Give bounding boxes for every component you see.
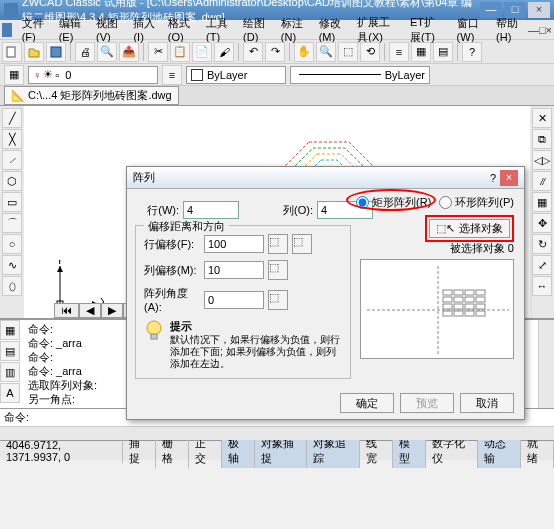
- lightbulb-icon: [144, 319, 164, 343]
- svg-rect-1: [51, 47, 61, 57]
- menu-tools[interactable]: 工具(T): [200, 14, 237, 45]
- menu-file[interactable]: 文件(F): [16, 14, 53, 45]
- cmd-scrollbar[interactable]: [538, 320, 554, 408]
- pick-angle-button[interactable]: ⬚: [268, 290, 288, 310]
- match-button[interactable]: 🖌: [214, 42, 234, 62]
- layer-states-button[interactable]: ≡: [162, 65, 182, 85]
- polygon-tool[interactable]: ⬡: [2, 171, 22, 191]
- rows-input[interactable]: [183, 201, 239, 219]
- svg-rect-28: [465, 304, 474, 309]
- document-tab[interactable]: 📐 C:\...4 矩形阵列地砖图案.dwg: [4, 86, 179, 105]
- polar-array-radio[interactable]: 环形阵列(P): [439, 195, 514, 210]
- preview-button[interactable]: 🔍: [97, 42, 117, 62]
- select-objects-button[interactable]: ⬚↖ 选择对象: [429, 219, 510, 238]
- move-tool[interactable]: ✥: [532, 213, 552, 233]
- svg-rect-23: [454, 297, 463, 302]
- design-center-button[interactable]: ▦: [411, 42, 431, 62]
- cmd-icon-1[interactable]: ▦: [0, 320, 20, 340]
- menu-window[interactable]: 窗口(W): [451, 14, 491, 45]
- close-button[interactable]: ×: [528, 2, 550, 18]
- arc-tool[interactable]: ⌒: [2, 213, 22, 233]
- xline-tool[interactable]: ╳: [2, 129, 22, 149]
- rotate-tool[interactable]: ↻: [532, 234, 552, 254]
- array-tool[interactable]: ▦: [532, 192, 552, 212]
- menu-bar: 文件(F) 编辑(E) 视图(V) 插入(I) 格式(O) 工具(T) 绘图(D…: [0, 20, 554, 40]
- tab-nav-prev[interactable]: ◀: [79, 303, 101, 318]
- new-button[interactable]: [2, 42, 22, 62]
- pick-row-offset-button[interactable]: ⬚: [268, 234, 288, 254]
- doc-restore-button[interactable]: □: [539, 24, 546, 36]
- cmd-icon-2[interactable]: ▤: [0, 341, 20, 361]
- hint-text: 默认情况下，如果行偏移为负值，则行添加在下面; 如果列偏移为负值，则列添加在左边…: [170, 334, 342, 370]
- doc-minimize-button[interactable]: —: [528, 24, 539, 36]
- save-button[interactable]: [46, 42, 66, 62]
- print-button[interactable]: 🖨: [75, 42, 95, 62]
- dialog-help-button[interactable]: ?: [490, 172, 496, 184]
- spline-tool[interactable]: ∿: [2, 255, 22, 275]
- cmd-icon-3[interactable]: ▥: [0, 362, 20, 382]
- menu-dimension[interactable]: 标注(N): [275, 14, 313, 45]
- mirror-tool[interactable]: ◁▷: [532, 150, 552, 170]
- svg-rect-35: [151, 334, 157, 339]
- menu-help[interactable]: 帮助(H): [490, 14, 528, 45]
- command-scrollbar-h[interactable]: [0, 426, 554, 440]
- svg-rect-33: [476, 311, 485, 316]
- redo-button[interactable]: ↷: [265, 42, 285, 62]
- cancel-button[interactable]: 取消: [460, 393, 514, 413]
- cmd-icon-4[interactable]: A: [0, 383, 20, 403]
- color-dropdown[interactable]: ByLayer: [186, 66, 286, 84]
- help-button[interactable]: ?: [462, 42, 482, 62]
- menu-format[interactable]: 格式(O): [162, 14, 200, 45]
- pick-col-offset-button[interactable]: ⬚: [268, 260, 288, 280]
- tool-palette-button[interactable]: ▤: [433, 42, 453, 62]
- tab-nav-start[interactable]: ⏮: [54, 303, 79, 318]
- linetype-dropdown[interactable]: ByLayer: [290, 66, 430, 84]
- circle-tool[interactable]: ○: [2, 234, 22, 254]
- row-offset-input[interactable]: [204, 235, 264, 253]
- rectangle-tool[interactable]: ▭: [2, 192, 22, 212]
- select-objects-highlight: ⬚↖ 选择对象: [425, 215, 514, 242]
- col-offset-input[interactable]: [204, 261, 264, 279]
- doc-close-button[interactable]: ×: [546, 24, 552, 36]
- ellipse-tool[interactable]: ⬯: [2, 276, 22, 296]
- erase-tool[interactable]: ✕: [532, 108, 552, 128]
- dialog-close-button[interactable]: ×: [500, 170, 518, 186]
- copy-tool[interactable]: ⧉: [532, 129, 552, 149]
- publish-button[interactable]: 📤: [119, 42, 139, 62]
- scale-tool[interactable]: ⤢: [532, 255, 552, 275]
- tab-nav-next[interactable]: ▶: [101, 303, 123, 318]
- pan-button[interactable]: ✋: [294, 42, 314, 62]
- zoom-button[interactable]: 🔍: [316, 42, 336, 62]
- menu-modify[interactable]: 修改(M): [313, 14, 352, 45]
- offset-tool[interactable]: ⫽: [532, 171, 552, 191]
- copy-button[interactable]: 📋: [170, 42, 190, 62]
- pline-tool[interactable]: ⟋: [2, 150, 22, 170]
- offset-group-title: 偏移距离和方向: [144, 219, 229, 234]
- dialog-titlebar[interactable]: 阵列 ? ×: [127, 167, 524, 189]
- stretch-tool[interactable]: ↔: [532, 276, 552, 296]
- menu-edit[interactable]: 编辑(E): [53, 14, 90, 45]
- ok-button[interactable]: 确定: [340, 393, 394, 413]
- layer-manager-button[interactable]: ▦: [4, 65, 24, 85]
- pick-both-offset-button[interactable]: ⬚: [292, 234, 312, 254]
- undo-button[interactable]: ↶: [243, 42, 263, 62]
- cut-button[interactable]: ✂: [148, 42, 168, 62]
- dialog-title: 阵列: [133, 170, 490, 185]
- zoom-prev-button[interactable]: ⟲: [360, 42, 380, 62]
- paste-button[interactable]: 📄: [192, 42, 212, 62]
- zoom-window-button[interactable]: ⬚: [338, 42, 358, 62]
- menu-view[interactable]: 视图(V): [90, 14, 127, 45]
- rect-array-radio[interactable]: 矩形阵列(R): [356, 195, 431, 210]
- angle-input[interactable]: [204, 291, 264, 309]
- preview-button[interactable]: 预览: [400, 393, 454, 413]
- status-bar: 4046.9712, 1371.9937, 0 捕捉 栅格 正交 极轴 对象捕捉…: [0, 440, 554, 460]
- svg-rect-19: [454, 290, 463, 295]
- layer-dropdown[interactable]: ♀☀▫0: [28, 66, 158, 84]
- svg-rect-25: [476, 297, 485, 302]
- line-tool[interactable]: ╱: [2, 108, 22, 128]
- properties-button[interactable]: ≡: [389, 42, 409, 62]
- menu-draw[interactable]: 绘图(D): [237, 14, 275, 45]
- menu-insert[interactable]: 插入(I): [127, 14, 161, 45]
- offset-groupbox: 偏移距离和方向 行偏移(F): ⬚ ⬚ 列偏移(M): ⬚ 阵列角度(A): ⬚: [135, 225, 351, 379]
- open-button[interactable]: [24, 42, 44, 62]
